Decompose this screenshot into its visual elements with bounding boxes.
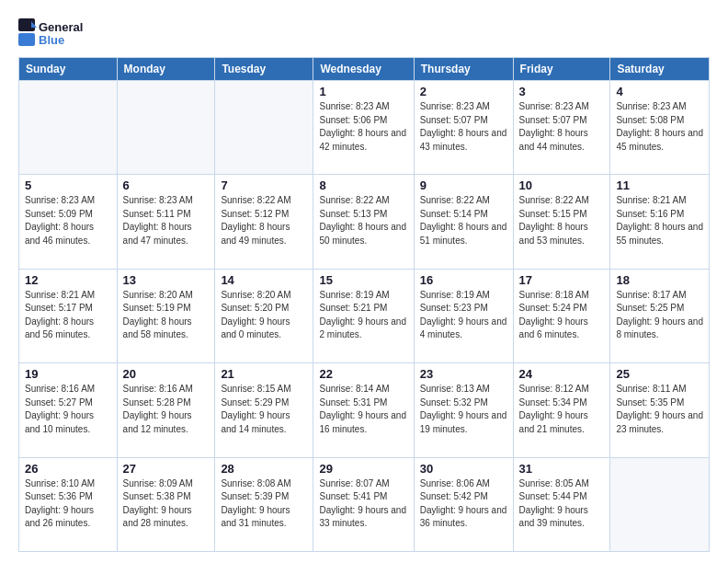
day-info: Sunrise: 8:13 AM Sunset: 5:32 PM Dayligh… xyxy=(420,383,507,436)
day-number: 18 xyxy=(616,273,703,287)
day-number: 2 xyxy=(420,85,507,98)
day-number: 30 xyxy=(420,462,507,476)
day-info: Sunrise: 8:23 AM Sunset: 5:07 PM Dayligh… xyxy=(420,100,507,154)
calendar-cell: 9Sunrise: 8:22 AM Sunset: 5:14 PM Daylig… xyxy=(414,175,513,269)
day-number: 4 xyxy=(616,85,703,98)
day-info: Sunrise: 8:20 AM Sunset: 5:19 PM Dayligh… xyxy=(123,289,210,342)
day-number: 12 xyxy=(25,273,111,287)
calendar-cell: 13Sunrise: 8:20 AM Sunset: 5:19 PM Dayli… xyxy=(117,269,215,362)
svg-rect-3 xyxy=(18,33,35,46)
calendar-cell: 27Sunrise: 8:09 AM Sunset: 5:38 PM Dayli… xyxy=(117,457,215,551)
day-number: 15 xyxy=(319,273,407,287)
day-number: 24 xyxy=(519,367,605,381)
day-number: 23 xyxy=(420,367,507,381)
calendar-cell: 21Sunrise: 8:15 AM Sunset: 5:29 PM Dayli… xyxy=(215,363,313,457)
logo: General Blue xyxy=(18,17,83,50)
weekday-header-monday: Monday xyxy=(117,58,215,81)
calendar-cell: 23Sunrise: 8:13 AM Sunset: 5:32 PM Dayli… xyxy=(414,363,513,457)
day-number: 31 xyxy=(519,462,605,476)
day-number: 11 xyxy=(616,178,703,192)
calendar-cell: 1Sunrise: 8:23 AM Sunset: 5:06 PM Daylig… xyxy=(313,81,414,175)
calendar-cell xyxy=(215,81,313,175)
day-info: Sunrise: 8:19 AM Sunset: 5:21 PM Dayligh… xyxy=(319,289,407,342)
day-info: Sunrise: 8:11 AM Sunset: 5:35 PM Dayligh… xyxy=(616,383,703,436)
day-number: 26 xyxy=(25,462,111,476)
day-number: 28 xyxy=(221,462,307,476)
day-info: Sunrise: 8:09 AM Sunset: 5:38 PM Dayligh… xyxy=(123,477,210,531)
day-info: Sunrise: 8:18 AM Sunset: 5:24 PM Dayligh… xyxy=(519,289,605,342)
day-number: 1 xyxy=(319,85,407,98)
day-number: 19 xyxy=(25,367,111,381)
day-number: 5 xyxy=(25,178,111,192)
day-info: Sunrise: 8:20 AM Sunset: 5:20 PM Dayligh… xyxy=(221,289,307,342)
week-row-1: 1Sunrise: 8:23 AM Sunset: 5:06 PM Daylig… xyxy=(19,81,710,175)
calendar-cell: 12Sunrise: 8:21 AM Sunset: 5:17 PM Dayli… xyxy=(19,269,118,362)
calendar-cell: 24Sunrise: 8:12 AM Sunset: 5:34 PM Dayli… xyxy=(513,363,610,457)
day-number: 27 xyxy=(123,462,210,476)
day-number: 17 xyxy=(519,273,605,287)
svg-text:Blue: Blue xyxy=(39,33,64,47)
calendar-cell: 3Sunrise: 8:23 AM Sunset: 5:07 PM Daylig… xyxy=(513,81,610,175)
day-info: Sunrise: 8:23 AM Sunset: 5:06 PM Dayligh… xyxy=(319,100,407,154)
calendar-cell: 16Sunrise: 8:19 AM Sunset: 5:23 PM Dayli… xyxy=(414,269,513,362)
day-info: Sunrise: 8:15 AM Sunset: 5:29 PM Dayligh… xyxy=(221,383,307,436)
day-number: 20 xyxy=(123,367,210,381)
day-info: Sunrise: 8:14 AM Sunset: 5:31 PM Dayligh… xyxy=(319,383,407,436)
day-info: Sunrise: 8:08 AM Sunset: 5:39 PM Dayligh… xyxy=(221,477,307,531)
week-row-3: 12Sunrise: 8:21 AM Sunset: 5:17 PM Dayli… xyxy=(19,269,710,362)
calendar-cell xyxy=(117,81,215,175)
day-info: Sunrise: 8:16 AM Sunset: 5:27 PM Dayligh… xyxy=(25,383,111,436)
calendar-cell: 20Sunrise: 8:16 AM Sunset: 5:28 PM Dayli… xyxy=(117,363,215,457)
calendar-cell xyxy=(610,457,710,551)
day-info: Sunrise: 8:23 AM Sunset: 5:07 PM Dayligh… xyxy=(519,100,605,154)
day-number: 16 xyxy=(420,273,507,287)
header: General Blue xyxy=(18,17,710,50)
day-info: Sunrise: 8:23 AM Sunset: 5:09 PM Dayligh… xyxy=(25,194,111,247)
weekday-header-row: SundayMondayTuesdayWednesdayThursdayFrid… xyxy=(19,58,710,81)
calendar-cell: 31Sunrise: 8:05 AM Sunset: 5:44 PM Dayli… xyxy=(513,457,610,551)
day-number: 14 xyxy=(221,273,307,287)
day-info: Sunrise: 8:12 AM Sunset: 5:34 PM Dayligh… xyxy=(519,383,605,436)
day-info: Sunrise: 8:21 AM Sunset: 5:16 PM Dayligh… xyxy=(616,194,703,247)
day-info: Sunrise: 8:16 AM Sunset: 5:28 PM Dayligh… xyxy=(123,383,210,436)
svg-text:General: General xyxy=(39,20,83,34)
weekday-header-friday: Friday xyxy=(513,58,610,81)
day-number: 22 xyxy=(319,367,407,381)
day-number: 6 xyxy=(123,178,210,192)
calendar-page: General Blue SundayMondayTuesdayWednesda… xyxy=(0,0,728,563)
week-row-4: 19Sunrise: 8:16 AM Sunset: 5:27 PM Dayli… xyxy=(19,363,710,457)
day-info: Sunrise: 8:22 AM Sunset: 5:13 PM Dayligh… xyxy=(319,194,407,247)
day-number: 13 xyxy=(123,273,210,287)
calendar-cell: 5Sunrise: 8:23 AM Sunset: 5:09 PM Daylig… xyxy=(19,175,118,269)
calendar-cell: 7Sunrise: 8:22 AM Sunset: 5:12 PM Daylig… xyxy=(215,175,313,269)
calendar-cell: 2Sunrise: 8:23 AM Sunset: 5:07 PM Daylig… xyxy=(414,81,513,175)
day-info: Sunrise: 8:10 AM Sunset: 5:36 PM Dayligh… xyxy=(25,477,111,531)
day-number: 7 xyxy=(221,178,307,192)
day-info: Sunrise: 8:07 AM Sunset: 5:41 PM Dayligh… xyxy=(319,477,407,531)
calendar-cell: 28Sunrise: 8:08 AM Sunset: 5:39 PM Dayli… xyxy=(215,457,313,551)
calendar-cell: 29Sunrise: 8:07 AM Sunset: 5:41 PM Dayli… xyxy=(313,457,414,551)
week-row-5: 26Sunrise: 8:10 AM Sunset: 5:36 PM Dayli… xyxy=(19,457,710,551)
calendar-cell: 19Sunrise: 8:16 AM Sunset: 5:27 PM Dayli… xyxy=(19,363,118,457)
day-info: Sunrise: 8:05 AM Sunset: 5:44 PM Dayligh… xyxy=(519,477,605,531)
week-row-2: 5Sunrise: 8:23 AM Sunset: 5:09 PM Daylig… xyxy=(19,175,710,269)
calendar-cell: 18Sunrise: 8:17 AM Sunset: 5:25 PM Dayli… xyxy=(610,269,710,362)
day-number: 3 xyxy=(519,85,605,98)
day-info: Sunrise: 8:22 AM Sunset: 5:14 PM Dayligh… xyxy=(420,194,507,247)
day-info: Sunrise: 8:17 AM Sunset: 5:25 PM Dayligh… xyxy=(616,289,703,342)
calendar-cell: 14Sunrise: 8:20 AM Sunset: 5:20 PM Dayli… xyxy=(215,269,313,362)
calendar-cell: 25Sunrise: 8:11 AM Sunset: 5:35 PM Dayli… xyxy=(610,363,710,457)
weekday-header-saturday: Saturday xyxy=(610,58,710,81)
weekday-header-tuesday: Tuesday xyxy=(215,58,313,81)
calendar-cell: 11Sunrise: 8:21 AM Sunset: 5:16 PM Dayli… xyxy=(610,175,710,269)
calendar-cell: 17Sunrise: 8:18 AM Sunset: 5:24 PM Dayli… xyxy=(513,269,610,362)
day-info: Sunrise: 8:23 AM Sunset: 5:11 PM Dayligh… xyxy=(123,194,210,247)
calendar-cell: 30Sunrise: 8:06 AM Sunset: 5:42 PM Dayli… xyxy=(414,457,513,551)
calendar-cell: 10Sunrise: 8:22 AM Sunset: 5:15 PM Dayli… xyxy=(513,175,610,269)
calendar-table: SundayMondayTuesdayWednesdayThursdayFrid… xyxy=(18,57,710,552)
day-number: 10 xyxy=(519,178,605,192)
calendar-cell: 26Sunrise: 8:10 AM Sunset: 5:36 PM Dayli… xyxy=(19,457,118,551)
calendar-cell: 4Sunrise: 8:23 AM Sunset: 5:08 PM Daylig… xyxy=(610,81,710,175)
day-info: Sunrise: 8:21 AM Sunset: 5:17 PM Dayligh… xyxy=(25,289,111,342)
calendar-cell xyxy=(19,81,118,175)
